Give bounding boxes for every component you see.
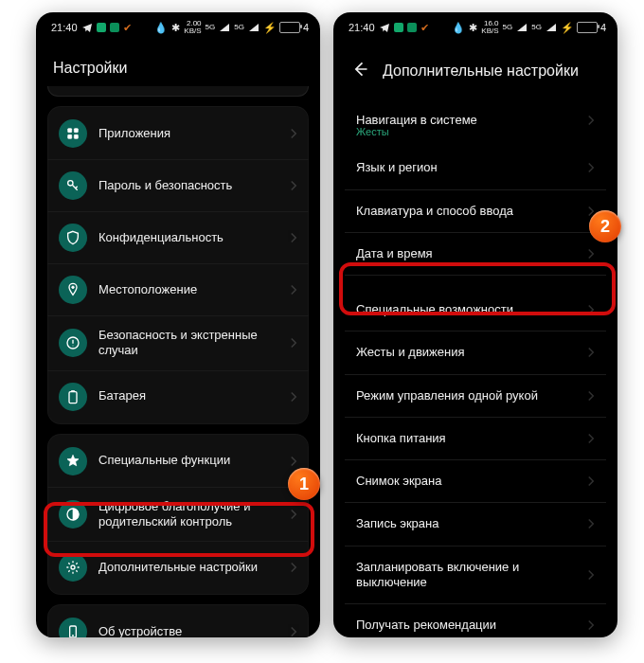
row-label: Дата и время — [356, 246, 576, 261]
settings-row[interactable]: Язык и регион — [345, 147, 606, 189]
water-icon: 💧 — [452, 22, 465, 34]
app-indicator-2 — [110, 23, 119, 32]
settings-row[interactable]: Снимок экрана — [345, 460, 606, 503]
chevron-right-icon — [587, 475, 595, 487]
svg-rect-0 — [68, 129, 72, 133]
step-badge-1: 1 — [288, 468, 320, 500]
row-label: Получать рекомендации — [356, 618, 576, 633]
settings-row-phone[interactable]: Об устройстве — [47, 606, 309, 637]
back-button[interactable] — [350, 60, 369, 82]
group-locale: Язык и регион Клавиатура и способ ввода … — [345, 147, 606, 276]
row-navigation[interactable]: Навигация в системе — [345, 99, 606, 132]
signal-icon-1 — [219, 22, 230, 33]
row-label: Клавиатура и способ ввода — [356, 204, 576, 219]
chevron-right-icon — [587, 347, 595, 358]
bluetooth-icon: ✱ — [171, 22, 180, 34]
group-system: Специальные возможности Жесты и движения… — [345, 289, 606, 637]
row-label: Об устройстве — [98, 624, 278, 637]
app-indicator-2 — [407, 23, 417, 32]
row-label: Батарея — [98, 388, 278, 403]
row-label: Дополнительные настройки — [98, 560, 278, 575]
settings-row[interactable]: Специальные возможности — [345, 289, 606, 332]
battery-indicator: ⚡ 4 — [263, 22, 309, 34]
settings-group-about: Об устройстве — [47, 604, 309, 637]
chevron-right-icon — [587, 390, 595, 402]
net-speed: 16.0KB/S — [481, 20, 498, 35]
signal-icon-2 — [248, 22, 259, 33]
flame-icon: ✔ — [420, 22, 429, 34]
shield-icon — [59, 224, 87, 252]
svg-rect-3 — [74, 134, 78, 138]
settings-group-extras: Специальные функции Цифровое благополучи… — [47, 434, 309, 596]
app-indicator-1 — [97, 23, 106, 32]
star-icon — [59, 447, 87, 475]
row-label: Цифровое благополучие и родительский кон… — [98, 499, 278, 530]
settings-row-star[interactable]: Специальные функции — [47, 436, 309, 488]
row-label: Запись экрана — [356, 516, 576, 531]
row-label: Запланировать включение и выключение — [356, 560, 576, 591]
settings-row-battery[interactable]: Батарея — [47, 371, 309, 422]
row-label: Приложения — [98, 126, 278, 141]
settings-row-emergency[interactable]: Безопасность и экстренные случаи — [47, 316, 309, 371]
settings-row[interactable]: Кнопка питания — [345, 418, 606, 460]
settings-row[interactable]: Режим управления одной рукой — [345, 375, 606, 418]
chevron-right-icon — [290, 509, 297, 520]
previous-card-edge — [47, 86, 309, 97]
chevron-right-icon — [587, 518, 595, 529]
svg-point-12 — [72, 635, 73, 636]
chevron-right-icon — [290, 128, 297, 139]
chevron-right-icon — [290, 391, 297, 403]
settings-row-gear[interactable]: Дополнительные настройки — [47, 542, 309, 593]
status-bar: 21:40 ✔ 💧 ✱ 2.00KB/S 5G 5G ⚡ 4 — [36, 12, 320, 39]
status-bar: 21:40 ✔ 💧 ✱ 16.0KB/S 5G 5G ⚡ 4 — [333, 12, 617, 39]
svg-rect-1 — [74, 129, 78, 133]
settings-row[interactable]: Запись экрана — [345, 503, 606, 546]
chevron-right-icon — [587, 569, 595, 581]
signal-gen-right: 5G — [234, 24, 244, 31]
phone-settings: 21:40 ✔ 💧 ✱ 2.00KB/S 5G 5G ⚡ 4 — [36, 12, 320, 637]
water-icon: 💧 — [154, 22, 168, 34]
row-label: Безопасность и экстренные случаи — [98, 328, 278, 359]
battery-icon — [59, 383, 87, 411]
signal-icon-1 — [516, 22, 528, 33]
settings-row[interactable]: Запланировать включение и выключение — [345, 547, 606, 605]
settings-row-apps[interactable]: Приложения — [47, 108, 309, 160]
settings-row-key[interactable]: Пароль и безопасность — [47, 160, 309, 212]
row-label: Жесты и движения — [356, 345, 576, 360]
settings-group-main: Приложения Пароль и безопасность Конфиде… — [47, 106, 309, 424]
row-label: Пароль и безопасность — [98, 178, 278, 193]
wellbeing-icon — [59, 500, 87, 529]
svg-point-10 — [71, 565, 75, 569]
chevron-right-icon — [587, 115, 595, 126]
settings-row[interactable]: Клавиатура и способ ввода — [345, 190, 606, 233]
chevron-right-icon — [587, 248, 595, 260]
phone-icon — [59, 618, 87, 637]
chevron-right-icon — [587, 619, 595, 631]
net-speed: 2.00KB/S — [184, 20, 201, 35]
chevron-right-icon — [290, 232, 297, 243]
settings-row[interactable]: Получать рекомендации — [345, 604, 606, 637]
lightning-icon: ⚡ — [561, 22, 574, 34]
chevron-right-icon — [290, 284, 297, 296]
row-label: Снимок экрана — [356, 474, 576, 489]
key-icon — [59, 171, 87, 200]
chevron-right-icon — [587, 162, 595, 173]
signal-icon-2 — [546, 22, 557, 33]
svg-point-4 — [68, 181, 73, 186]
row-label: Специальные функции — [98, 453, 278, 468]
pin-icon — [59, 276, 87, 304]
settings-row[interactable]: Жесты и движения — [345, 332, 606, 374]
status-time: 21:40 — [349, 22, 375, 33]
settings-row-pin[interactable]: Местоположение — [47, 264, 309, 316]
lightning-icon: ⚡ — [263, 22, 277, 34]
settings-row-wellbeing[interactable]: Цифровое благополучие и родительский кон… — [47, 488, 309, 543]
signal-gen-left: 5G — [206, 24, 216, 31]
svg-rect-2 — [68, 134, 72, 138]
settings-row-shield[interactable]: Конфиденциальность — [47, 212, 309, 264]
svg-point-5 — [72, 286, 75, 289]
settings-row[interactable]: Дата и время — [345, 233, 606, 276]
phone-additional-settings: 21:40 ✔ 💧 ✱ 16.0KB/S 5G 5G ⚡ 4 — [333, 12, 617, 637]
svg-rect-8 — [72, 390, 75, 391]
telegram-icon — [379, 22, 390, 33]
chevron-right-icon — [290, 180, 297, 191]
